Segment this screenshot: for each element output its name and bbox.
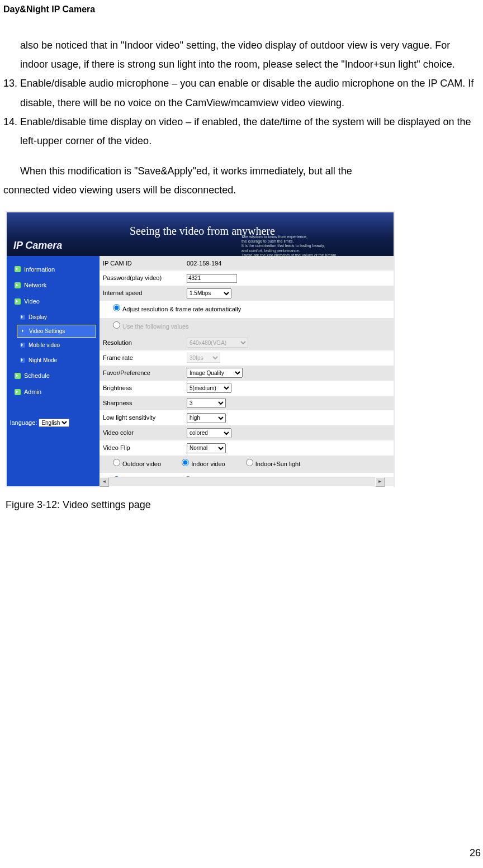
videoflip-select[interactable]: Normal <box>187 443 226 453</box>
sidebar-item-video-settings[interactable]: Video Settings <box>17 325 96 338</box>
sidebar-item-admin[interactable]: Admin <box>7 384 100 400</box>
outdoor-video-radio[interactable]: Outdoor video <box>110 461 161 467</box>
arrow-icon <box>20 358 25 363</box>
language-select[interactable]: English <box>39 419 69 427</box>
sidebar-item-label: Video Settings <box>29 326 65 336</box>
framerate-select: 30fps <box>187 353 220 363</box>
arrow-icon <box>15 373 21 379</box>
sidebar-item-video[interactable]: Video <box>7 293 100 310</box>
sidebar-item-label: Display <box>29 312 47 322</box>
auto-adjust-label: Adjust resolution & frame rate automatic… <box>122 306 241 312</box>
list-item-13: 13. Enable/disable audio microphone – yo… <box>20 74 480 112</box>
language-selector: language: English <box>7 417 100 429</box>
sidebar-item-network[interactable]: Network <box>7 277 100 293</box>
sharpness-select[interactable]: 3 <box>187 398 226 408</box>
internet-speed-select[interactable]: 1.5Mbps <box>187 288 231 298</box>
videocolor-label: Video color <box>100 425 183 440</box>
sidebar-item-label: Admin <box>24 386 41 398</box>
body-content: also be noticed that in "Indoor video" s… <box>0 15 483 514</box>
ip-cam-id-value: 002-159-194 <box>183 256 394 271</box>
sidebar-item-label: Schedule <box>24 370 50 382</box>
sidebar-item-label: Network <box>24 279 46 291</box>
paragraph-12-tail: also be noticed that in "Indoor video" s… <box>20 36 480 74</box>
arrow-icon <box>21 329 26 334</box>
sidebar-item-label: Mobile video <box>29 340 60 350</box>
sidebar-item-label: Video <box>24 296 40 307</box>
lowlight-label: Low light sensitivity <box>100 410 183 425</box>
favor-label: Favor/Preference <box>100 366 183 381</box>
page-header: Day&Night IP Camera <box>0 0 483 15</box>
language-label: language: <box>10 419 37 426</box>
settings-table: IP CAM ID002-159-194 Password(play video… <box>100 256 394 490</box>
horizontal-scrollbar[interactable]: ◄ ► <box>100 477 385 486</box>
framerate-label: Frame rate <box>100 350 183 366</box>
sidebar-item-label: Night Mode <box>29 355 57 366</box>
page-number: 26 <box>470 847 481 859</box>
note-paragraph-line2: connected video viewing users will be di… <box>3 181 480 200</box>
arrow-icon <box>15 282 21 288</box>
sidebar-item-mobile-video[interactable]: Mobile video <box>7 338 100 353</box>
password-input[interactable] <box>187 274 237 283</box>
sidebar-item-information[interactable]: Information <box>7 262 100 278</box>
arrow-icon <box>20 343 25 348</box>
indoor-sun-label: Indoor+Sun light <box>255 461 300 467</box>
brightness-label: Brightness <box>100 381 183 396</box>
arrow-icon <box>15 298 21 305</box>
sidebar-item-display[interactable]: Display <box>7 310 100 325</box>
sidebar-item-label: Information <box>24 264 55 276</box>
scroll-right-icon[interactable]: ► <box>375 477 385 487</box>
outdoor-label: Outdoor video <box>122 461 161 467</box>
favor-select[interactable]: Image Quality <box>187 368 243 378</box>
ip-cam-id-label: IP CAM ID <box>100 256 183 271</box>
indoor-sun-radio[interactable]: Indoor+Sun light <box>243 461 300 467</box>
resolution-label: Resolution <box>100 335 183 350</box>
figure-caption: Figure 3-12: Video settings page <box>6 495 480 514</box>
password-label: Password(play video) <box>100 271 183 286</box>
scrollbar-corner <box>385 477 394 486</box>
arrow-icon <box>15 266 21 272</box>
internet-speed-label: Internet speed <box>100 286 183 301</box>
use-following-radio[interactable]: Use the following values <box>110 323 189 330</box>
screenshot-video-settings: IP Camera Seeing the video from anywhere… <box>6 211 395 487</box>
auto-adjust-radio[interactable]: Adjust resolution & frame rate automatic… <box>110 306 241 312</box>
arrow-icon <box>20 315 25 320</box>
indoor-label: Indoor video <box>191 461 225 467</box>
resolution-select: 640x480(VGA) <box>187 338 248 348</box>
main-panel: IP CAM ID002-159-194 Password(play video… <box>100 256 394 486</box>
sharpness-label: Sharpness <box>100 396 183 411</box>
banner: IP Camera Seeing the video from anywhere… <box>7 212 394 256</box>
use-following-label: Use the following values <box>122 323 189 330</box>
banner-smalltext: The wisdom to know from experience,the c… <box>242 235 337 256</box>
logo: IP Camera <box>13 236 62 255</box>
sidebar-item-night-mode[interactable]: Night Mode <box>7 353 100 368</box>
lowlight-select[interactable]: high <box>187 413 226 423</box>
arrow-icon <box>15 389 21 395</box>
sidebar: Information Network Video Display Video … <box>7 256 100 486</box>
scroll-left-icon[interactable]: ◄ <box>100 477 109 487</box>
brightness-select[interactable]: 5(medium) <box>187 383 231 393</box>
list-item-14: 14. Enable/disable time display on video… <box>20 112 480 150</box>
sidebar-item-schedule[interactable]: Schedule <box>7 368 100 384</box>
videocolor-select[interactable]: colored <box>187 428 231 438</box>
indoor-video-radio[interactable]: Indoor video <box>178 461 225 467</box>
videoflip-label: Video Flip <box>100 440 183 456</box>
note-paragraph-line1: When this modification is "Save&Apply"ed… <box>3 162 480 181</box>
